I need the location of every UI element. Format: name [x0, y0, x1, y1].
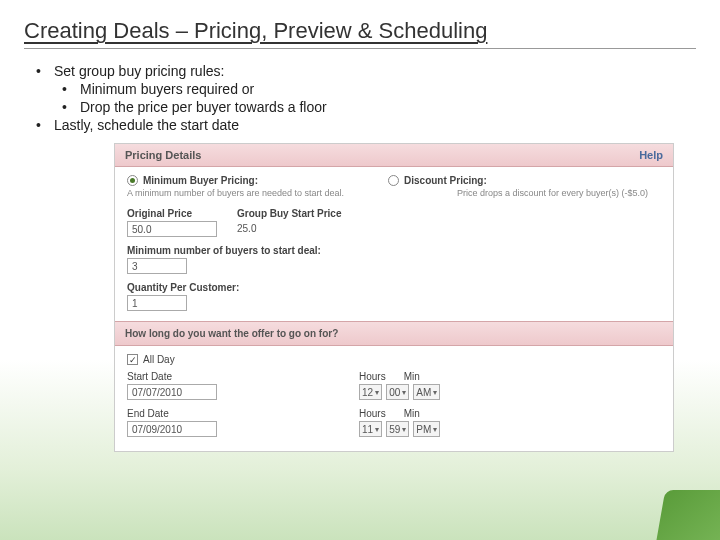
hours-label-2: Hours	[359, 408, 386, 419]
allday-label: All Day	[143, 354, 175, 365]
bullet-1: Set group buy pricing rules:	[54, 63, 224, 79]
original-price-input[interactable]: 50.0	[127, 221, 217, 237]
start-ampm-select[interactable]: AM▾	[413, 384, 440, 400]
min-label-2: Min	[404, 408, 420, 419]
bullet-1b: Drop the price per buyer towards a floor	[80, 99, 327, 115]
groupbuy-price-label: Group Buy Start Price	[237, 208, 341, 219]
bullet-list: •Set group buy pricing rules: •Minimum b…	[36, 63, 696, 133]
end-date-input[interactable]: 07/09/2010	[127, 421, 217, 437]
radio-icon	[388, 175, 399, 186]
start-hours-select[interactable]: 12▾	[359, 384, 382, 400]
radio-icon	[127, 175, 138, 186]
end-ampm-select[interactable]: PM▾	[413, 421, 440, 437]
pricing-header: Pricing Details Help	[115, 144, 673, 167]
start-min-select[interactable]: 00▾	[386, 384, 409, 400]
bullet-1a: Minimum buyers required or	[80, 81, 254, 97]
page-title: Creating Deals – Pricing, Preview & Sche…	[24, 18, 696, 49]
min-label: Min	[404, 371, 420, 382]
form-screenshot: Pricing Details Help Minimum Buyer Prici…	[114, 143, 674, 452]
radio-discount-label: Discount Pricing:	[404, 175, 487, 186]
end-hours-select[interactable]: 11▾	[359, 421, 382, 437]
slide-content: Creating Deals – Pricing, Preview & Sche…	[0, 0, 720, 470]
help-link[interactable]: Help	[639, 149, 663, 161]
desc-discount: Price drops a discount for every buyer(s…	[457, 188, 648, 198]
schedule-header: How long do you want the offer to go on …	[115, 321, 673, 346]
end-date-label: End Date	[127, 408, 217, 419]
start-date-input[interactable]: 07/07/2010	[127, 384, 217, 400]
min-buyers-label: Minimum number of buyers to start deal:	[127, 245, 661, 256]
min-buyers-input[interactable]: 3	[127, 258, 187, 274]
pricing-header-title: Pricing Details	[125, 149, 201, 161]
groupbuy-price-value: 25.0	[237, 221, 341, 236]
radio-min-buyer[interactable]: Minimum Buyer Pricing:	[127, 175, 258, 186]
radio-min-buyer-label: Minimum Buyer Pricing:	[143, 175, 258, 186]
qty-input[interactable]: 1	[127, 295, 187, 311]
desc-min-buyer: A minimum number of buyers are needed to…	[127, 188, 357, 198]
end-min-select[interactable]: 59▾	[386, 421, 409, 437]
hours-label: Hours	[359, 371, 386, 382]
qty-label: Quantity Per Customer:	[127, 282, 661, 293]
bullet-2: Lastly, schedule the start date	[54, 117, 239, 133]
start-date-label: Start Date	[127, 371, 217, 382]
original-price-label: Original Price	[127, 208, 217, 219]
allday-checkbox[interactable]: ✓	[127, 354, 138, 365]
radio-discount[interactable]: Discount Pricing:	[388, 175, 487, 186]
